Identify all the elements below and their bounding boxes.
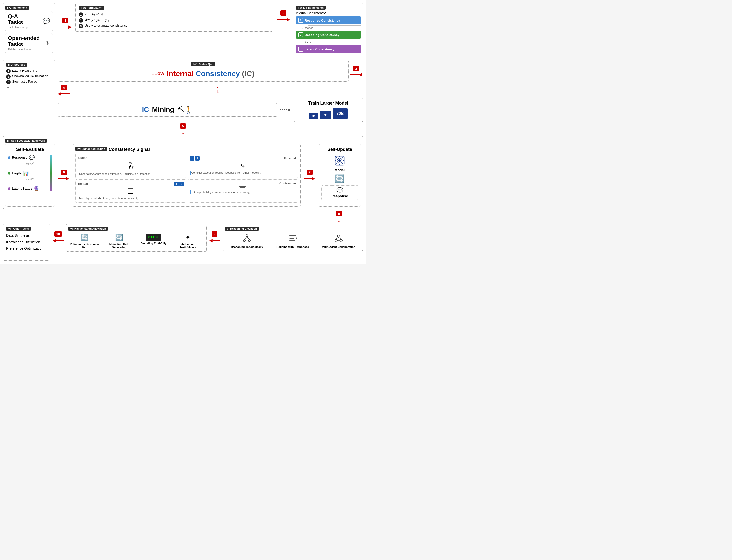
response-label: Response (323, 194, 356, 198)
vii-badge: VII: Other Tasks (6, 227, 31, 231)
iic-status-box: II-C: Status Quo ↓Low Internal Consisten… (58, 60, 349, 82)
svg-point-14 (340, 239, 343, 242)
reasoning-icon-refining (288, 234, 297, 244)
textual-desc: Model generated critique, correction, re… (79, 196, 141, 200)
signal-title: Consistency Signal (109, 147, 150, 152)
hall-item-mitigating: 🔄 Mitigating Hall. Generating (104, 234, 134, 249)
src-text-dots: ...... (12, 85, 18, 89)
other-task-2: Knowledge Distillation (6, 239, 47, 245)
svg-line-6 (245, 237, 247, 240)
hall-icon-decoding: 01101 (146, 234, 161, 241)
arrow-1-area: 1 ▶ (58, 3, 73, 30)
svg-point-3 (246, 235, 248, 237)
arrow-6-area: 6 ▶ (57, 144, 70, 207)
arrow-6-badge: 6 (61, 170, 67, 175)
arrow-8-badge: 8 (336, 211, 342, 216)
self-evaluate-section: Self-Evaluate Response 💬 Deeper (5, 144, 55, 207)
qa-tasks-box: Q-ATasks Lack Reasoning 💬 (5, 11, 53, 31)
decoding-consistency-item: 2 Decoding Consistency (296, 31, 361, 39)
vi-badge: VI: Hallucination Alleviation (68, 227, 108, 231)
arrow-9-badge: 9 (212, 231, 217, 237)
ic-text: Internal Consistency (IC) (167, 70, 254, 78)
form-item-1: 1 yᵢ ~ Oₑ(ℳ, x) (79, 12, 270, 17)
textual-badges: 4 3 (174, 182, 184, 186)
eval-response-node: Response 💬 (8, 155, 48, 161)
ic-mining-ic: IC (142, 106, 149, 114)
ext-badge-2: 2 (195, 156, 200, 161)
train-larger-section: Train Larger Model 2B 7B 30B (294, 98, 363, 122)
svg-point-4 (244, 240, 246, 242)
iii-self-feedback-wrapper: III: Self-Feedback Framework Self-Evalua… (3, 136, 363, 209)
v-reasoning-section: V: Reasoning Elevation Reasoning (223, 224, 363, 251)
txt-badge-3: 3 (179, 182, 184, 186)
dashed-arrow-train: ▶ (280, 108, 291, 112)
deeper-1: ↓ Deeper (302, 26, 313, 29)
arrow-1-badge: 1 (62, 18, 68, 23)
model-label: Model (321, 168, 358, 172)
svg-line-15 (336, 237, 338, 239)
reasoning-icon-topo (243, 234, 251, 244)
response-box: 💬 Response (321, 185, 358, 200)
v-badge: V: Reasoning Elevation (225, 227, 259, 231)
other-task-dots: ... (6, 252, 47, 259)
latent-icon: 🔮 (34, 186, 39, 191)
response-dots-icon: 💬 (323, 187, 356, 194)
iii-badge: III: Self-Feedback Framework (5, 139, 47, 143)
refresh-icon: 🔄 (321, 174, 358, 183)
iid-badge: II-D: Sources (6, 63, 27, 67)
arrow-4-badge: 4 (61, 85, 67, 90)
reasoning-item-refining: Refining with Responses (272, 234, 313, 249)
eval-latent-node: Latent States 🔮 (8, 186, 48, 191)
form-text-2: 𝒴 = {y₁, y₂, ..., yₙ} (85, 18, 109, 22)
arrow-2-badge: 2 (281, 10, 286, 16)
model-2b: 2B (309, 113, 318, 119)
iia-badge: II-A: Formulation (79, 6, 105, 10)
response-icon: 💬 (29, 155, 35, 161)
latent-node-label: Latent States (12, 187, 32, 190)
txt-badge-4: 4 (174, 182, 179, 186)
reasoning-item-topo: Reasoning Topologically (227, 234, 268, 249)
hall-items: 🔄 Refining the Response Iter. 🔄 Mitigati… (68, 234, 205, 249)
arrow-10-badge: 10 (54, 231, 62, 237)
textual-icon: ☰ (78, 187, 184, 195)
other-task-3: Preference Optimization (6, 245, 47, 252)
scalar-desc: Uncertainty/Confidence Estimation, Hallu… (79, 172, 150, 176)
src-text-3: Stochastic Parrot (12, 80, 37, 83)
response-node-label: Response (12, 156, 27, 159)
eval-logits-node: Logits 📊 (8, 170, 48, 176)
form-num-3: 3 (79, 24, 83, 28)
ic-mining-box: IC Mining ⛏🚶 (58, 103, 278, 117)
dc-num: 2 (298, 32, 303, 37)
main-container: I-A Phenomena Q-ATasks Lack Reasoning 💬 … (0, 0, 366, 264)
svg-point-2 (339, 159, 341, 162)
logits-dot (8, 172, 10, 175)
quadrant-external: 1 2 External ⤷ Compiler execution result… (188, 154, 298, 178)
reasoning-label-multiagent: Multi-Agent Collaboration (322, 245, 355, 249)
iic-badge: II-C: Status Quo (191, 62, 215, 66)
form-num-1: 1 (79, 12, 83, 17)
open-ended-icon: ✳ (45, 40, 50, 47)
reasoning-item-multiagent: Multi-Agent Collaboration (318, 234, 359, 249)
iia-formulation-section: II-A: Formulation 1 yᵢ ~ Oₑ(ℳ, x) 2 𝒴 = … (75, 3, 273, 32)
arrow-7-badge: 7 (307, 170, 313, 175)
source-item-dots: ... ...... (6, 85, 52, 89)
svg-rect-10 (289, 240, 295, 241)
textual-title: Textual (78, 182, 88, 186)
arrow-5-down: ↓ (181, 129, 184, 135)
external-badges: 1 2 (190, 156, 200, 161)
self-eval-title: Self-Evaluate (8, 147, 52, 152)
model-30b: 30B (333, 108, 348, 119)
contrastive-title: Contrastive (190, 182, 296, 185)
svg-rect-9 (289, 238, 294, 239)
contrastive-icon (190, 186, 296, 189)
form-item-2: 2 𝒴 = {y₁, y₂, ..., yₙ} (79, 18, 270, 23)
reasoning-icon-multiagent (334, 234, 343, 244)
train-title: Train Larger Model (296, 101, 360, 106)
inclusion-title: Internal Consistency: (296, 11, 361, 15)
svg-rect-8 (289, 235, 296, 236)
iia-iib-inclusion-section: II-A & II-B: Inclusion Internal Consiste… (294, 3, 363, 56)
rc-num: 1 (298, 18, 303, 23)
external-icon: ⤷ (190, 162, 296, 170)
reasoning-label-topo: Reasoning Topologically (231, 245, 263, 249)
qa-tasks-sublabel: Lack Reasoning (8, 26, 28, 29)
